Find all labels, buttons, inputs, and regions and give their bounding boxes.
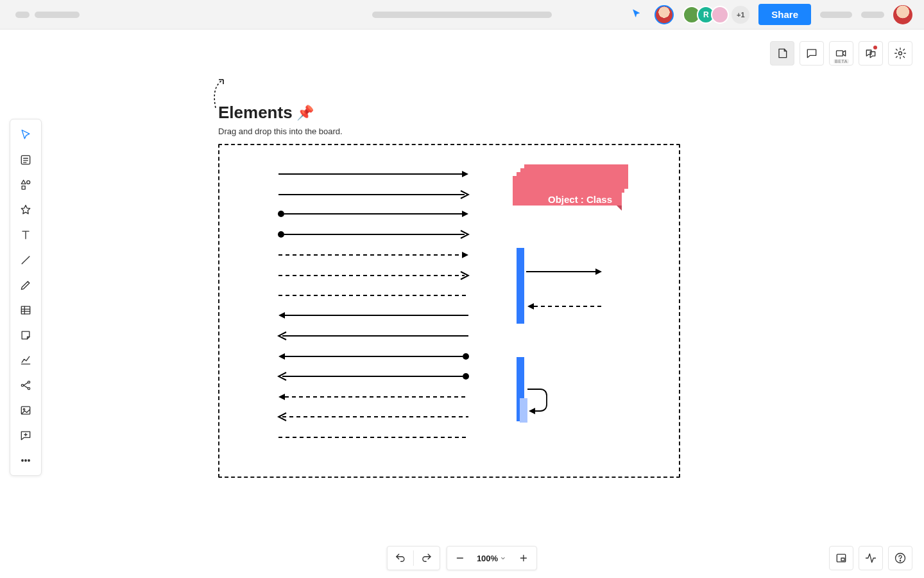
svg-point-28 — [463, 373, 469, 380]
lifeline-self-message[interactable] — [526, 387, 552, 417]
more-collaborators-badge[interactable]: +1 — [732, 6, 749, 24]
current-user-avatar[interactable] — [654, 5, 674, 24]
line-dashed[interactable] — [277, 291, 470, 300]
board-name-placeholder[interactable] — [35, 12, 80, 18]
arrow-dot-open-right[interactable] — [277, 230, 470, 239]
zoom-group: 100% — [447, 546, 537, 570]
object-class-label: Object : Class — [532, 194, 628, 205]
chevron-down-icon — [499, 554, 507, 562]
zoom-level[interactable]: 100% — [473, 554, 511, 563]
canvas[interactable]: Elements 📌 Drag and drop this into the b… — [0, 30, 924, 578]
logo-placeholder[interactable] — [15, 12, 30, 18]
bottom-right-bar — [829, 546, 912, 570]
elements-heading-text: Elements — [218, 103, 293, 123]
arrow-solid-open-right[interactable] — [277, 190, 470, 199]
lifeline-msg-return[interactable] — [526, 302, 603, 311]
arrow-dashed-open-left[interactable] — [277, 412, 470, 421]
line-dashed-2[interactable] — [277, 433, 470, 442]
svg-point-16 — [278, 211, 284, 217]
pin-icon: 📌 — [296, 105, 314, 121]
arrow-dot-open-left[interactable] — [277, 372, 470, 381]
zoom-level-text: 100% — [477, 554, 498, 563]
elements-palette: Object : Class — [218, 144, 680, 478]
minimap-button[interactable] — [829, 546, 853, 570]
arrow-dot-closed-right[interactable] — [277, 209, 470, 218]
arrow-solid-closed-left[interactable] — [277, 311, 470, 320]
lifeline-msg-out[interactable] — [526, 267, 603, 276]
arrow-solid-open-left[interactable] — [277, 331, 470, 340]
svg-point-26 — [463, 353, 469, 360]
undo-button[interactable] — [388, 547, 413, 570]
breadcrumb-placeholder[interactable] — [372, 12, 552, 18]
undo-redo-group — [387, 546, 440, 570]
top-bar-left — [0, 12, 80, 18]
arrow-solid-closed-right[interactable] — [277, 170, 470, 179]
svg-point-18 — [278, 231, 284, 238]
zoom-out-button[interactable] — [447, 547, 473, 570]
arrow-dashed-closed-right[interactable] — [277, 250, 470, 259]
top-bar: R +1 Share — [0, 0, 924, 30]
bottom-control-bar: 100% — [387, 546, 537, 570]
elements-heading: Elements 📌 — [218, 103, 343, 123]
svg-rect-35 — [841, 558, 844, 561]
topbar-placeholder[interactable] — [861, 12, 884, 18]
lifeline-activation-1[interactable] — [517, 248, 524, 324]
elements-heading-block: Elements 📌 Drag and drop this into the b… — [218, 103, 343, 136]
redo-button[interactable] — [414, 547, 440, 570]
arrow-dashed-open-right[interactable] — [277, 271, 470, 280]
topbar-placeholder[interactable] — [820, 12, 852, 18]
arrow-dot-closed-left[interactable] — [277, 352, 470, 361]
svg-point-37 — [900, 561, 900, 561]
collaborators-group[interactable]: R +1 — [683, 6, 749, 24]
help-button[interactable] — [888, 546, 912, 570]
account-avatar[interactable] — [893, 5, 912, 24]
top-bar-right: R +1 Share — [631, 4, 924, 25]
collaborator-avatar[interactable] — [711, 6, 729, 24]
arrow-dashed-closed-left[interactable] — [277, 392, 470, 401]
facilitator-cursor-icon[interactable] — [631, 8, 642, 21]
object-class-stack[interactable]: Object : Class — [511, 164, 627, 216]
elements-subheading: Drag and drop this into the board. — [218, 127, 343, 136]
zoom-in-button[interactable] — [511, 547, 536, 570]
share-button[interactable]: Share — [758, 4, 811, 25]
activity-button[interactable] — [859, 546, 883, 570]
